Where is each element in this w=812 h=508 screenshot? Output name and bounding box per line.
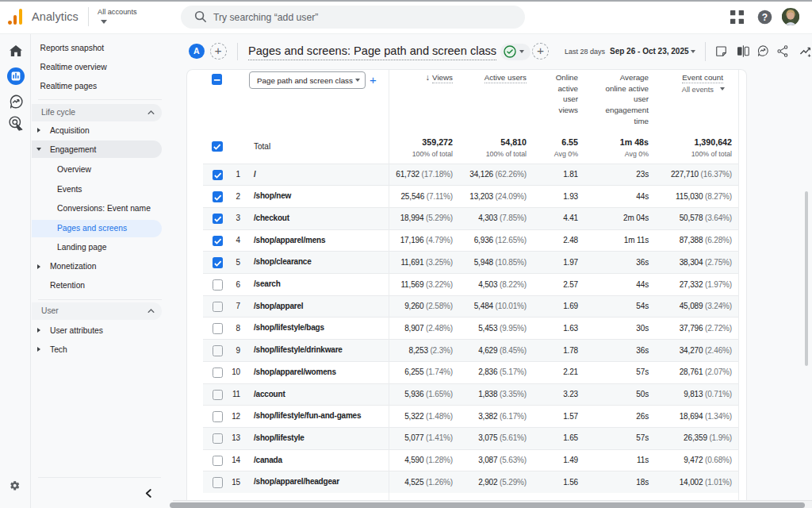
svg-text:?: ?: [762, 12, 768, 23]
